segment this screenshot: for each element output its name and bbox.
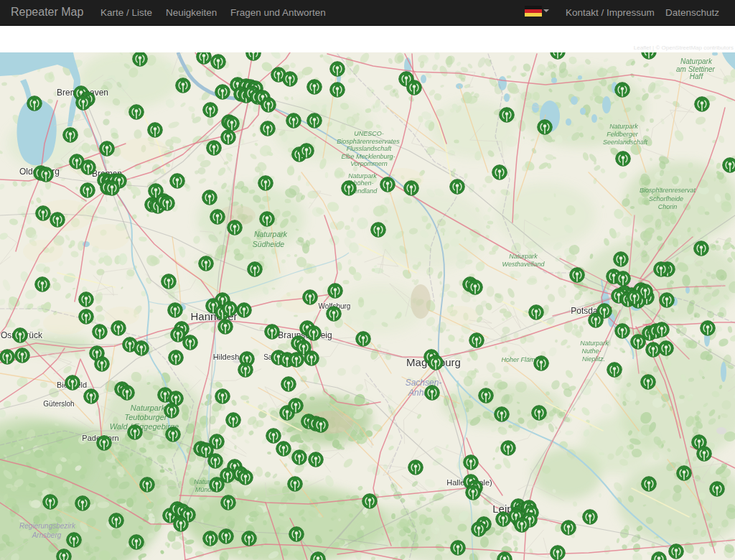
svg-text:Naturpark: Naturpark xyxy=(131,403,166,412)
svg-text:Biosphärenreservates: Biosphärenreservates xyxy=(337,138,400,145)
svg-text:Sachsen-: Sachsen- xyxy=(406,378,442,388)
svg-text:Naturpark: Naturpark xyxy=(348,172,377,179)
svg-text:Teutoburger: Teutoburger xyxy=(125,413,168,421)
svg-text:Nieplitz.: Nieplitz. xyxy=(582,355,605,363)
svg-text:Chorin: Chorin xyxy=(658,203,678,210)
svg-text:Gütersloh: Gütersloh xyxy=(43,400,74,408)
svg-text:Feldberger: Feldberger xyxy=(607,131,639,138)
svg-text:Naturpark: Naturpark xyxy=(680,57,713,65)
svg-text:Naturpark: Naturpark xyxy=(580,340,609,347)
svg-text:Regierungsbezirk: Regierungsbezirk xyxy=(19,522,76,530)
svg-text:Naturpark: Naturpark xyxy=(509,253,538,260)
svg-text:Haff: Haff xyxy=(690,73,704,80)
svg-text:Westhavelland: Westhavelland xyxy=(502,261,546,268)
svg-text:Flusslandschaft: Flusslandschaft xyxy=(347,145,392,152)
svg-text:Biosphärenreservat: Biosphärenreservat xyxy=(640,187,696,194)
svg-text:Vorpommern: Vorpommern xyxy=(350,160,388,167)
svg-text:Elbe Mecklenburg-: Elbe Mecklenburg- xyxy=(341,153,395,160)
svg-text:UNESCO-: UNESCO- xyxy=(354,130,384,137)
svg-text:Naturpark: Naturpark xyxy=(609,123,638,130)
svg-text:Südheide: Südheide xyxy=(253,240,285,248)
svg-text:Arnsberg: Arnsberg xyxy=(32,531,62,539)
svg-text:Seenlandschaft: Seenlandschaft xyxy=(603,139,648,146)
svg-text:Naturpark: Naturpark xyxy=(254,230,288,238)
svg-text:Schorfheide: Schorfheide xyxy=(649,195,683,202)
svg-text:Nuthe-: Nuthe- xyxy=(581,347,601,355)
